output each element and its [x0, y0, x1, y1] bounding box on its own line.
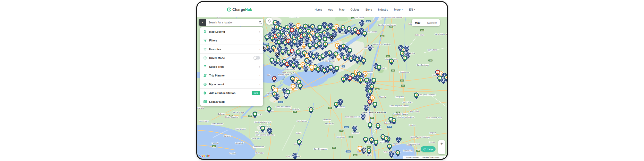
menu-item-label: Add a Public Station	[209, 91, 235, 95]
route-shield: 202	[353, 154, 358, 156]
zoom-out-button[interactable]: −	[438, 147, 445, 154]
route-shield: 227	[386, 55, 391, 57]
highway	[250, 105, 250, 138]
main-nav: HomeAppMapGuidesStoreIndustryMore▼EN▼	[315, 8, 416, 11]
town-label: Bedford Twp	[404, 150, 413, 152]
map-type-control: Map Satellite	[412, 19, 440, 26]
town-label: Saint-Michel	[325, 123, 334, 124]
route-shield: 139	[400, 79, 404, 82]
svg-text:209: 209	[329, 107, 331, 109]
geolocate-icon	[267, 19, 271, 23]
town-label: Ange-Gardien	[410, 111, 420, 113]
menu-item-trip-planner[interactable]: Trip Planner›	[200, 71, 263, 80]
nav-item-store[interactable]: Store	[365, 8, 372, 11]
nav-item-more[interactable]: More▼	[394, 8, 403, 11]
town-label: Salaberry-de-Valleyfield	[254, 121, 272, 123]
nav-item-map[interactable]: Map	[339, 8, 344, 11]
chevron-right-icon: ›	[259, 39, 260, 42]
town-label: Saint-Stanislas-de-Kostka	[256, 134, 275, 136]
close-search-button[interactable]: ×	[199, 19, 206, 26]
svg-text:231: 231	[402, 85, 404, 87]
side-menu-panel: Map Legend›Filters›Favorites›Driver Mode…	[200, 27, 263, 106]
town-label: Mont-Saint-Grégoire	[393, 113, 408, 115]
search-icon[interactable]	[257, 19, 263, 26]
menu-item-filters[interactable]: Filters›	[200, 36, 263, 45]
map-attribution: Keyboard shortcutsMap data ©2024 GoogleT…	[403, 156, 447, 159]
menu-item-label: Saved Trips	[209, 65, 224, 68]
town-label: Rivière-Beaudette	[225, 116, 239, 118]
svg-text:235: 235	[429, 60, 431, 61]
town-label: Deux-Montagnes	[282, 72, 295, 74]
logo-text-charge: Charge	[232, 7, 245, 12]
attribution-map-data-2024-google[interactable]: Map data ©2024 Google	[421, 156, 441, 158]
town-label: Huntingdon	[256, 152, 264, 154]
route-shield: A 20	[278, 101, 283, 103]
map-canvas[interactable]: 1583373441371331322242352352312292271161…	[197, 17, 447, 159]
nav-item-guides[interactable]: Guides	[350, 8, 359, 11]
route-shield: 224	[420, 29, 425, 31]
route-shield: 221	[339, 130, 344, 132]
svg-text:T: T	[398, 138, 399, 140]
town-label: Saint-Damase	[399, 71, 409, 73]
site-header: ChargeHub HomeAppMapGuidesStoreIndustryM…	[197, 2, 447, 17]
map-type-satellite-button[interactable]: Satellite	[424, 19, 440, 26]
menu-item-my-account[interactable]: My account›	[200, 80, 263, 89]
chevron-down-icon: ▼	[414, 9, 416, 10]
route-shield: 209	[328, 107, 332, 109]
menu-item-label: Filters	[209, 39, 217, 42]
nav-item-app[interactable]: App	[328, 8, 333, 11]
svg-text:133: 133	[381, 35, 384, 37]
town-label: Saint-Jacques-le-Mineur	[345, 116, 363, 118]
route-shield: 237	[416, 150, 421, 152]
town-label: Rougemont	[396, 96, 404, 98]
menu-item-label: Trip Planner	[209, 74, 225, 77]
svg-text:T: T	[369, 46, 371, 48]
nav-item-en[interactable]: EN▼	[409, 8, 416, 11]
legacy-map-icon	[203, 100, 207, 104]
chevron-right-icon: ›	[259, 82, 260, 86]
app-window: ChargeHub HomeAppMapGuidesStoreIndustryM…	[196, 1, 448, 160]
zoom-control: + −	[438, 140, 445, 154]
svg-text:139: 139	[401, 80, 403, 81]
svg-text:224: 224	[421, 30, 423, 31]
nav-item-industry[interactable]: Industry	[378, 8, 388, 11]
svg-text:202: 202	[354, 154, 357, 156]
driver-mode-toggle[interactable]	[253, 56, 260, 60]
town-label: Saint-Sulpice	[354, 17, 364, 19]
town-label: Lancaster	[212, 142, 219, 144]
town-label: Pointe-des-Cascades	[276, 106, 291, 108]
help-button[interactable]: ? Help	[421, 146, 436, 152]
chargehub-logo[interactable]: ChargeHub	[227, 7, 252, 12]
town-label: Bainsville	[224, 135, 231, 137]
menu-item-legacy-map[interactable]: Legacy Map	[200, 97, 263, 106]
search-input[interactable]	[206, 19, 257, 26]
svg-text:A 20: A 20	[279, 101, 282, 103]
town-label: Sainte-Martine	[297, 120, 307, 122]
location-search: ×	[199, 19, 263, 26]
menu-item-driver-mode[interactable]: Driver Mode	[200, 54, 263, 62]
filter-icon	[203, 39, 207, 42]
svg-text:219: 219	[333, 147, 335, 149]
attribution-keyboard-shortcuts[interactable]: Keyboard shortcuts	[404, 156, 421, 158]
map-type-map-button[interactable]: Map	[412, 19, 424, 26]
map-pin-icon	[203, 30, 207, 33]
town-label: Saint-Chrysostome	[314, 148, 328, 150]
town-label: North Lancaster	[212, 123, 223, 125]
heart-icon	[203, 47, 207, 51]
geolocate-button[interactable]	[266, 18, 273, 25]
svg-text:227: 227	[387, 56, 389, 57]
town-label: Saint-Bernard-de-Michaudville	[380, 17, 402, 18]
menu-item-map-legend[interactable]: Map Legend›	[200, 27, 263, 36]
chevron-right-icon: ›	[259, 30, 260, 33]
town-label: Marieville	[379, 96, 386, 98]
route-shield: 138	[293, 111, 297, 113]
menu-item-saved-trips[interactable]: Saved Trips›	[200, 62, 263, 71]
town-label: Saint-Simon	[415, 34, 424, 36]
menu-item-add-a-public-station[interactable]: Add a Public StationNew	[200, 89, 263, 97]
zoom-in-button[interactable]: +	[438, 140, 445, 147]
route-shield: 235	[428, 59, 433, 62]
add-station-icon	[203, 91, 207, 95]
nav-item-home[interactable]: Home	[315, 8, 322, 11]
menu-item-favorites[interactable]: Favorites›	[200, 45, 263, 54]
attribution-te[interactable]: Te	[441, 156, 446, 158]
